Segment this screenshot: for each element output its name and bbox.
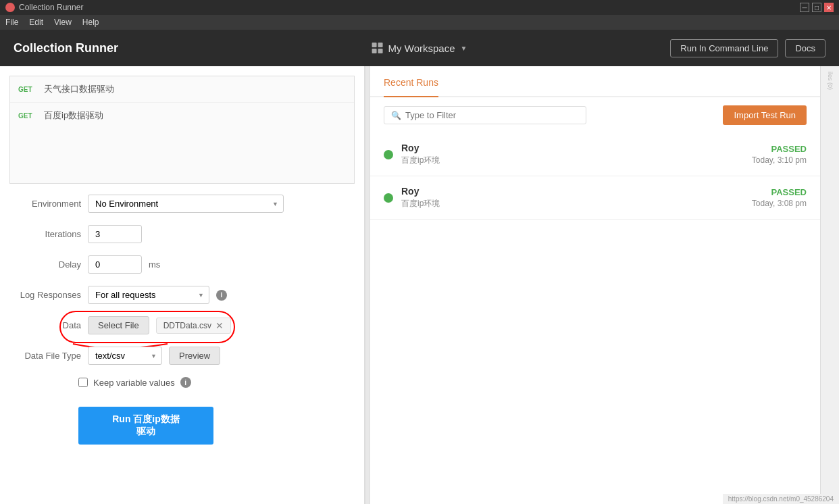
- menu-file[interactable]: File: [5, 18, 18, 27]
- request-list: GET 天气接口数据驱动 GET 百度ip数据驱动: [9, 76, 355, 184]
- run-status-dot: [384, 150, 393, 159]
- recent-runs-tab[interactable]: Recent Runs: [384, 77, 438, 97]
- preview-button[interactable]: Preview: [169, 347, 220, 365]
- data-file-type-row: Data File Type text/csv application/json…: [14, 347, 351, 365]
- window-controls: ─ □ ✕: [800, 3, 834, 12]
- workspace-selector[interactable]: My Workspace ▼: [372, 43, 467, 54]
- keep-variable-row: Keep variable values i: [0, 377, 364, 388]
- request-name: 百度ip数据驱动: [44, 109, 103, 122]
- request-item: GET 天气接口数据驱动: [10, 76, 354, 103]
- log-label: Log Responses: [14, 290, 81, 300]
- delay-row: Delay ms: [14, 255, 351, 274]
- run-entry[interactable]: Roy 百度ip环境 PASSED Today, 3:08 pm: [370, 176, 820, 220]
- menu-view[interactable]: View: [54, 18, 72, 27]
- run-btn-container: Run 百度ip数据驱动: [0, 400, 364, 445]
- app-icon: [5, 3, 15, 12]
- run-entry[interactable]: Roy 百度ip环境 PASSED Today, 3:10 pm: [370, 133, 820, 176]
- iterations-input[interactable]: [88, 225, 142, 243]
- menu-edit[interactable]: Edit: [29, 18, 43, 27]
- log-select-wrapper: For all requests For failed requests Non…: [88, 286, 209, 304]
- run-name: Roy: [401, 186, 744, 197]
- request-name: 天气接口数据驱动: [44, 83, 114, 95]
- run-status-dot: [384, 193, 393, 203]
- run-sub: 百度ip环境: [401, 155, 744, 166]
- sidebar-peek-text: iles (0): [827, 72, 834, 90]
- close-btn[interactable]: ✕: [824, 3, 834, 12]
- data-file-type-wrapper: text/csv application/json: [88, 347, 162, 365]
- recent-runs-header: Recent Runs: [370, 66, 820, 97]
- run-sub: 百度ip环境: [401, 198, 744, 209]
- select-file-button[interactable]: Select File: [88, 316, 149, 334]
- run-time: Today, 3:10 pm: [752, 155, 807, 165]
- header-actions: Run In Command Line Docs: [670, 39, 825, 57]
- run-time: Today, 3:08 pm: [752, 199, 807, 208]
- delay-input[interactable]: [88, 255, 142, 274]
- search-icon: 🔍: [391, 111, 401, 120]
- chevron-down-icon: ▼: [461, 45, 467, 52]
- delay-label: Delay: [14, 259, 81, 270]
- data-label: Data: [14, 320, 81, 330]
- environment-label: Environment: [14, 199, 81, 209]
- keep-variable-checkbox[interactable]: [78, 378, 88, 387]
- data-file-type-label: Data File Type: [14, 351, 81, 361]
- minimize-btn[interactable]: ─: [800, 3, 809, 12]
- keep-variable-label: Keep variable values: [93, 378, 175, 388]
- title-bar-text: Collection Runner: [19, 3, 800, 12]
- method-badge: GET: [18, 112, 37, 120]
- log-info-icon[interactable]: i: [216, 290, 227, 301]
- right-panel: Recent Runs 🔍 Import Test Run Roy 百度ip环境…: [370, 66, 820, 504]
- scroll-divider: [365, 66, 370, 504]
- menu-bar: File Edit View Help: [0, 15, 839, 30]
- run-status: PASSED Today, 3:10 pm: [752, 144, 807, 165]
- run-name: Roy: [401, 143, 744, 153]
- app-title: Collection Runner: [14, 41, 149, 55]
- left-panel: GET 天气接口数据驱动 GET 百度ip数据驱动 Environment No…: [0, 66, 365, 504]
- data-file-type-select[interactable]: text/csv application/json: [88, 347, 162, 365]
- ms-label: ms: [149, 259, 160, 270]
- workspace-label: My Workspace: [388, 43, 455, 54]
- run-button[interactable]: Run 百度ip数据驱动: [78, 407, 213, 445]
- method-badge: GET: [18, 86, 37, 93]
- search-box: 🔍: [384, 106, 586, 124]
- menu-help[interactable]: Help: [82, 18, 99, 27]
- main-layout: GET 天气接口数据驱动 GET 百度ip数据驱动 Environment No…: [0, 66, 839, 504]
- run-status: PASSED Today, 3:08 pm: [752, 187, 807, 208]
- environment-select-wrapper: No Environment: [88, 195, 284, 213]
- import-test-run-button[interactable]: Import Test Run: [723, 105, 807, 125]
- file-name: DDTData.csv: [163, 321, 211, 330]
- runs-toolbar: 🔍 Import Test Run: [370, 97, 820, 133]
- data-row: Data Select File DDTData.csv ✕: [14, 316, 351, 334]
- maximize-btn[interactable]: □: [812, 3, 821, 12]
- app-header: Collection Runner My Workspace ▼ Run In …: [0, 30, 839, 66]
- file-remove-icon[interactable]: ✕: [215, 321, 224, 330]
- run-info: Roy 百度ip环境: [401, 143, 744, 166]
- run-info: Roy 百度ip环境: [401, 186, 744, 209]
- file-badge: DDTData.csv ✕: [156, 318, 231, 334]
- iterations-row: Iterations: [14, 225, 351, 243]
- keep-variable-info-icon[interactable]: i: [180, 377, 191, 388]
- log-select[interactable]: For all requests For failed requests Non…: [88, 286, 209, 304]
- right-sidebar: iles (0): [820, 66, 839, 504]
- environment-row: Environment No Environment: [14, 195, 351, 213]
- form-section: Environment No Environment Iterations De…: [0, 184, 364, 377]
- search-input[interactable]: [405, 110, 579, 120]
- bottom-url: https://blog.csdn.net/m0_45286204: [723, 494, 839, 504]
- grid-icon: [372, 43, 383, 53]
- log-responses-row: Log Responses For all requests For faile…: [14, 286, 351, 304]
- run-command-line-button[interactable]: Run In Command Line: [670, 39, 778, 57]
- title-bar: Collection Runner ─ □ ✕: [0, 0, 839, 15]
- environment-select[interactable]: No Environment: [88, 195, 284, 213]
- iterations-label: Iterations: [14, 229, 81, 239]
- request-item: GET 百度ip数据驱动: [10, 103, 354, 128]
- run-passed-label: PASSED: [752, 144, 807, 154]
- docs-button[interactable]: Docs: [785, 39, 825, 57]
- run-passed-label: PASSED: [752, 187, 807, 197]
